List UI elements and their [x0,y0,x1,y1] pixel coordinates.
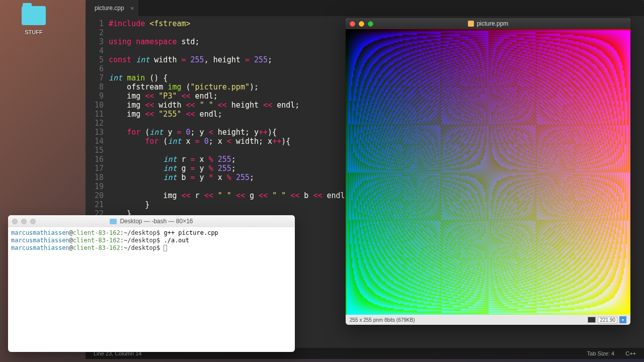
ppm-image [346,29,630,315]
window-controls [350,21,373,27]
folder-icon [110,219,117,224]
folder-icon [22,6,46,25]
zoom-button[interactable] [30,219,36,224]
line-gutter: 12345678910111213141516171819202122 [86,19,109,218]
folder-label: STUFF [25,29,42,35]
image-info: 255 x 255 pnm 8bits (679KB) [350,317,415,323]
image-viewer-window: picture.ppm 255 x 255 pnm 8bits (679KB) … [346,18,630,325]
tab-title: picture.cpp [95,5,124,12]
minimize-button[interactable] [21,219,27,224]
display-mode-icon[interactable] [588,317,596,323]
status-language[interactable]: C++ [625,350,636,356]
file-icon [468,21,474,27]
close-button[interactable] [12,219,18,224]
minimize-button[interactable] [359,21,364,27]
code-content: #include <fstream>using namespace std;co… [109,19,345,218]
zoom-button[interactable] [368,21,373,27]
close-button[interactable] [350,21,355,27]
status-tab-size[interactable]: Tab Size: 4 [587,350,614,356]
window-controls [12,219,36,224]
viewer-title: picture.ppm [477,20,509,27]
terminal-titlebar[interactable]: Desktop — -bash — 80×16 [8,215,295,227]
editor-tabbar: picture.cpp × [86,0,644,16]
viewer-titlebar[interactable]: picture.ppm [346,18,630,29]
terminal-title: Desktop — -bash — 80×16 [120,218,193,225]
terminal-body[interactable]: marcusmathiassen@client-83-162:~/desktop… [8,227,295,254]
image-canvas-area [346,29,630,315]
desktop-folder[interactable]: STUFF [21,6,46,36]
close-icon[interactable]: × [130,5,134,12]
editor-tab[interactable]: picture.cpp × [86,0,138,16]
terminal-window: Desktop — -bash — 80×16 marcusmathiassen… [8,215,295,352]
viewer-statusbar: 255 x 255 pnm 8bits (679KB) 221.90 ▾ [346,315,630,325]
zoom-value[interactable]: 221.90 [598,317,617,323]
zoom-dropdown-icon[interactable]: ▾ [619,316,626,323]
